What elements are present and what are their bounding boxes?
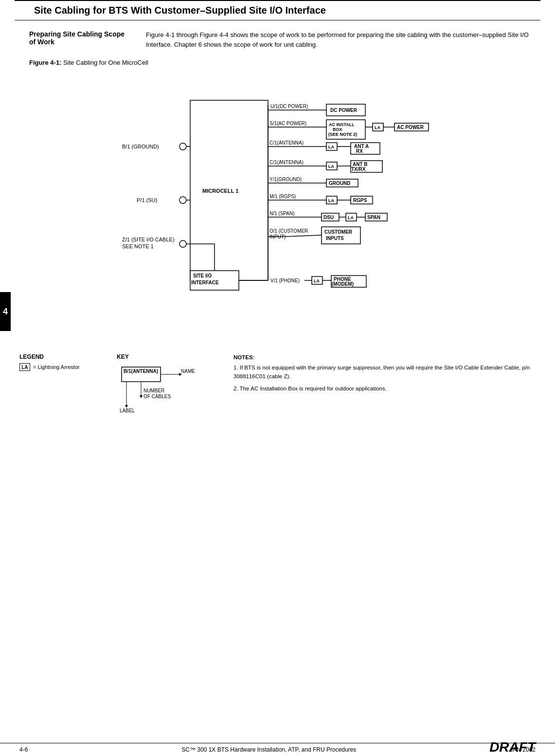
svg-marker-101: [140, 395, 143, 398]
svg-point-2: [179, 143, 186, 150]
svg-text:TX/RX: TX/RX: [351, 166, 366, 172]
figure-caption: Figure 4-1: Site Cabling for One MicroCe…: [29, 59, 536, 66]
svg-text:AC POWER: AC POWER: [397, 125, 424, 130]
svg-text:LA: LA: [328, 164, 334, 169]
page-header: Site Cabling for BTS With Customer–Suppl…: [15, 0, 540, 20]
intro-left: Preparing Site Cabling Scope of Work: [29, 30, 136, 49]
note-1: 1. If BTS is not equipped with the prima…: [233, 364, 536, 381]
footer-draft: DRAFT: [489, 739, 536, 755]
key-area: KEY B/1(ANTENNA) NAME NUMBER OF CABLES: [117, 353, 214, 421]
key-diagram: B/1(ANTENNA) NAME NUMBER OF CABLES LABEL: [117, 362, 204, 421]
svg-text:OF CABLES: OF CABLES: [143, 394, 171, 399]
intro-layout: Preparing Site Cabling Scope of Work Fig…: [29, 30, 536, 49]
svg-text:RGPS: RGPS: [353, 198, 367, 203]
legend-title: LEGEND: [19, 353, 97, 360]
svg-text:NAME: NAME: [181, 369, 195, 374]
svg-text:M/1 (RGPS): M/1 (RGPS): [269, 194, 296, 199]
svg-text:LA: LA: [375, 125, 380, 130]
page-footer: 4-6 SC™ 300 1X BTS Hardware Installation…: [0, 743, 555, 756]
bottom-section: LEGEND LA = Lightning Arrestor KEY B/1(A…: [0, 353, 555, 421]
svg-text:INPUT): INPUT): [269, 234, 286, 240]
svg-text:GROUND: GROUND: [329, 181, 350, 186]
svg-text:S/1(AC POWER): S/1(AC POWER): [269, 121, 306, 126]
svg-text:MICROCELL 1: MICROCELL 1: [202, 188, 238, 194]
svg-text:C/1(ANTENNA): C/1(ANTENNA): [269, 160, 304, 165]
svg-text:DC POWER: DC POWER: [330, 108, 358, 113]
svg-text:CUSTOMER: CUSTOMER: [324, 229, 353, 235]
intro-paragraph: Figure 4-1 through Figure 4-4 shows the …: [136, 30, 536, 49]
legend-row: LA = Lightning Arrestor: [19, 363, 97, 371]
svg-text:(MODEM): (MODEM): [332, 281, 354, 287]
svg-text:Y/1(GROUND): Y/1(GROUND): [269, 177, 302, 182]
svg-text:INPUTS: INPUTS: [326, 236, 344, 241]
content-area: Preparing Site Cabling Scope of Work Fig…: [0, 20, 555, 349]
svg-text:(SEE NOTE 2): (SEE NOTE 2): [328, 132, 357, 137]
page-container: 4 Site Cabling for BTS With Customer–Sup…: [0, 0, 555, 756]
svg-text:LA: LA: [328, 198, 334, 203]
legend-description: = Lightning Arrestor: [33, 364, 80, 370]
svg-text:LA: LA: [348, 215, 354, 220]
svg-text:Z/1 (SITE I/O CABLE): Z/1 (SITE I/O CABLE): [122, 237, 175, 242]
svg-text:V/1 (PHONE): V/1 (PHONE): [270, 278, 300, 283]
svg-point-8: [179, 240, 186, 247]
svg-text:C/1(ANTENNA): C/1(ANTENNA): [269, 140, 304, 146]
notes-title: NOTES:: [233, 353, 536, 362]
chapter-marker: 4: [0, 292, 11, 331]
page-title: Site Cabling for BTS With Customer–Suppl…: [34, 5, 521, 16]
key-title: KEY: [117, 353, 214, 360]
diagram-svg: MICROCELL 1 B/1 (GROUND) P/1 (SU) Z/1 (S…: [83, 71, 482, 329]
svg-text:SITE I/O: SITE I/O: [193, 273, 212, 278]
svg-text:U/1(DC POWER): U/1(DC POWER): [270, 104, 308, 109]
svg-text:B/1(ANTENNA): B/1(ANTENNA): [124, 369, 158, 374]
svg-line-81: [285, 235, 322, 237]
svg-text:SEE NOTE 1: SEE NOTE 1: [122, 243, 154, 249]
svg-text:N/1 (SPAN): N/1 (SPAN): [269, 211, 295, 216]
svg-text:LABEL: LABEL: [120, 408, 135, 413]
notes-area: NOTES: 1. If BTS is not equipped with th…: [233, 353, 536, 421]
svg-text:LA: LA: [328, 145, 334, 149]
legend-area: LEGEND LA = Lightning Arrestor: [19, 353, 97, 421]
footer-page-number: 4-6: [19, 746, 28, 753]
svg-text:BOX: BOX: [333, 127, 342, 132]
svg-text:O/1 (CUSTOMER: O/1 (CUSTOMER: [269, 228, 308, 234]
svg-point-5: [179, 197, 186, 203]
diagram-container: MICROCELL 1 B/1 (GROUND) P/1 (SU) Z/1 (S…: [83, 71, 482, 329]
legend-la-box: LA: [19, 363, 30, 371]
svg-text:SPAN: SPAN: [367, 215, 380, 220]
svg-text:AC INSTALL: AC INSTALL: [329, 122, 355, 127]
svg-text:P/1 (SU): P/1 (SU): [137, 197, 157, 203]
svg-text:LA: LA: [314, 278, 320, 283]
svg-text:RX: RX: [356, 148, 363, 154]
note-2: 2. The AC Installation Box is required f…: [233, 385, 536, 393]
svg-text:DSU: DSU: [323, 215, 334, 220]
svg-text:B/1 (GROUND): B/1 (GROUND): [122, 144, 159, 149]
svg-text:NUMBER: NUMBER: [143, 388, 164, 393]
footer-center-text: SC™ 300 1X BTS Hardware Installation, AT…: [181, 746, 356, 753]
svg-text:INTERFACE: INTERFACE: [191, 280, 219, 285]
section-heading: Preparing Site Cabling Scope of Work: [29, 30, 126, 46]
